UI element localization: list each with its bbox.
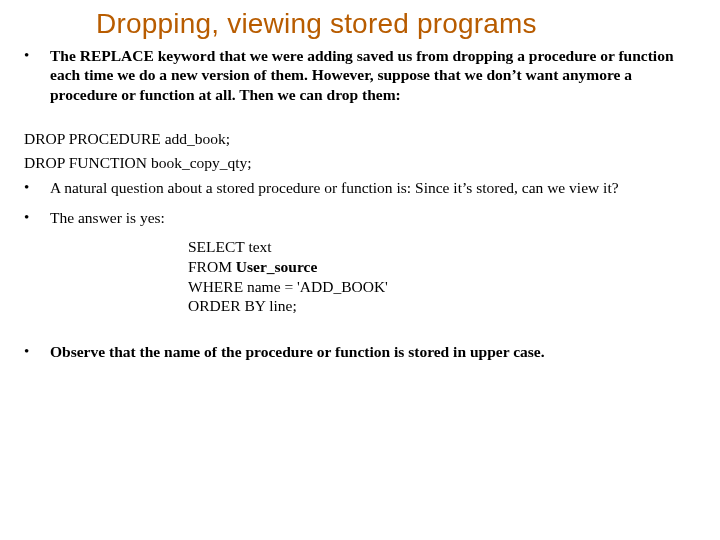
list-item: Observe that the name of the procedure o… xyxy=(24,342,696,361)
code-line-from: FROM User_source xyxy=(188,258,317,275)
code-line-drop-function: DROP FUNCTION book_copy_qty; xyxy=(24,154,696,172)
code-line: ORDER BY line; xyxy=(188,297,297,314)
code-line-drop-procedure: DROP PROCEDURE add_book; xyxy=(24,130,696,148)
bullet-list-3: Observe that the name of the procedure o… xyxy=(24,342,696,361)
paragraph-text: The REPLACE keyword that we were adding … xyxy=(50,47,674,103)
list-item: A natural question about a stored proced… xyxy=(24,178,696,197)
list-item: The REPLACE keyword that we were adding … xyxy=(24,46,696,104)
slide: Dropping, viewing stored programs The RE… xyxy=(0,0,720,540)
list-item: The answer is yes: xyxy=(24,208,696,227)
page-title: Dropping, viewing stored programs xyxy=(96,8,696,40)
bullet-list-1: The REPLACE keyword that we were adding … xyxy=(24,46,696,104)
bullet-list-2: A natural question about a stored proced… xyxy=(24,178,696,227)
code-line: SELECT text xyxy=(188,238,272,255)
code-block-select: SELECT text FROM User_source WHERE name … xyxy=(188,237,696,316)
code-text: FROM xyxy=(188,258,236,275)
code-text-bold: User_source xyxy=(236,258,318,275)
code-line: WHERE name = 'ADD_BOOK' xyxy=(188,278,388,295)
paragraph-text: Observe that the name of the procedure o… xyxy=(50,343,545,360)
